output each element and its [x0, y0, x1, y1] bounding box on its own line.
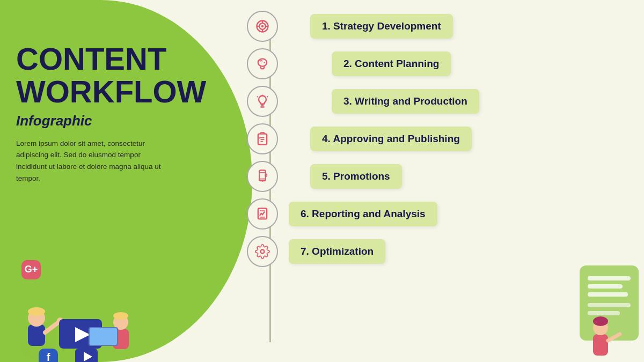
subtitle: Infographic [16, 113, 177, 129]
svg-point-23 [261, 250, 265, 254]
svg-point-51 [593, 316, 608, 326]
step-box-4: 4. Approving and Publishing [310, 127, 472, 151]
svg-rect-44 [588, 276, 631, 280]
timeline-item-7: 7. Optimization [247, 236, 612, 267]
icon-circle-5 [247, 161, 278, 192]
svg-rect-46 [588, 292, 628, 297]
timeline-item-5: 5. Promotions [247, 161, 612, 192]
clipboard-icon [255, 131, 270, 146]
svg-point-29 [28, 307, 45, 316]
lightbulb-icon [255, 94, 270, 109]
illustration-right [558, 255, 644, 362]
svg-point-19 [262, 181, 263, 182]
timeline-item-4: 4. Approving and Publishing [247, 123, 612, 154]
timeline-area: 1. Strategy Development 2. Content Plann… [247, 11, 612, 354]
timeline-item-6: 6. Reporting and Analysis [247, 198, 612, 230]
icon-circle-2 [247, 48, 278, 79]
svg-point-7 [258, 59, 267, 67]
mobile-icon [255, 169, 270, 184]
settings-icon [255, 244, 270, 259]
svg-line-30 [45, 322, 59, 333]
svg-rect-49 [593, 334, 608, 356]
step-box-7: 7. Optimization [289, 239, 385, 264]
svg-text:G+: G+ [25, 264, 38, 275]
svg-point-36 [113, 312, 128, 320]
svg-rect-48 [588, 311, 620, 315]
svg-line-10 [257, 97, 258, 97]
right-illustration-svg [558, 255, 644, 362]
timeline-item-1: 1. Strategy Development [247, 11, 612, 42]
icon-circle-3 [247, 86, 278, 117]
step-box-3: 3. Writing and Production [332, 89, 479, 114]
title-area: CONTENT WORKFLOW Infographic Lorem ipsum… [16, 43, 177, 184]
svg-rect-27 [28, 324, 45, 346]
icon-circle-4 [247, 123, 278, 154]
svg-text:f: f [47, 351, 50, 362]
description: Lorem ipsum dolor sit amet, consectetur … [16, 138, 161, 184]
target-icon [255, 19, 270, 34]
svg-rect-47 [588, 303, 631, 307]
left-illustration-svg: G+ f [5, 249, 161, 362]
timeline-item-3: 3. Writing and Production [247, 86, 612, 117]
icon-circle-1 [247, 11, 278, 42]
step-box-5: 5. Promotions [310, 164, 402, 189]
main-title: CONTENT WORKFLOW [16, 43, 177, 108]
icon-circle-6 [247, 198, 278, 230]
icon-circle-7 [247, 236, 278, 267]
brain-icon [255, 56, 270, 71]
svg-line-11 [267, 97, 268, 97]
timeline-item-2: 2. Content Planning [247, 48, 612, 79]
step-box-1: 1. Strategy Development [310, 14, 453, 39]
svg-rect-38 [90, 328, 117, 345]
svg-point-8 [264, 62, 265, 63]
chart-icon [255, 206, 270, 221]
step-box-6: 6. Reporting and Analysis [289, 202, 437, 226]
svg-point-2 [261, 25, 264, 28]
illustration-left: G+ f [5, 249, 161, 362]
svg-rect-45 [588, 284, 623, 289]
step-box-2: 2. Content Planning [332, 51, 451, 76]
